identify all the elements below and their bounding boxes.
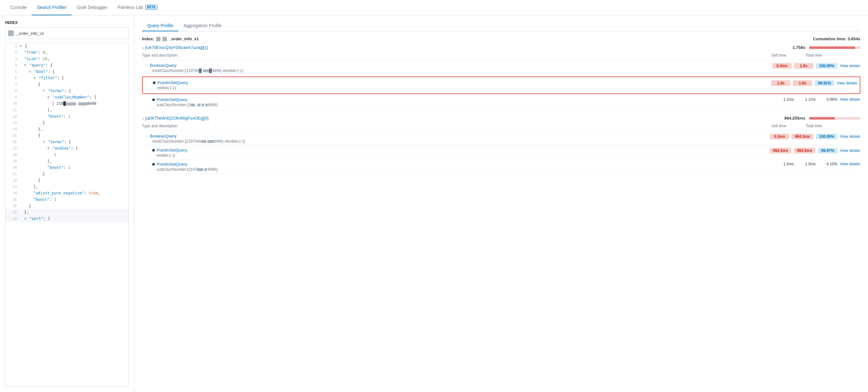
pct-badge-p1: 99.91% — [814, 80, 834, 86]
tab-aggregation-profile[interactable]: Aggregation Profile — [179, 21, 227, 31]
code-line: 23 ], — [5, 184, 129, 190]
point-query-desc-3: endIdx:{-1} — [157, 153, 187, 158]
total-time-plain-p2: 1.1ms — [796, 97, 815, 102]
boolean-query-metrics-2: 0.3ms 984.3ms 100.00% View details — [752, 134, 860, 139]
code-line: 2 "from": 0, — [5, 50, 129, 56]
index-selector[interactable]: _order_info_v1 — [5, 28, 129, 39]
pct-badge-p3: 99.87% — [818, 148, 837, 154]
view-details-link-bool2[interactable]: View details — [840, 134, 860, 139]
code-line: 25 "boost": 1 — [5, 197, 129, 203]
index-label-right: Index: — [142, 36, 154, 41]
point-query-metrics-1: 1.8s 1.8s 99.91% View details — [748, 80, 857, 86]
self-time-badge: 0.4ms — [772, 63, 792, 69]
pct-badge: 100.00% — [816, 63, 837, 69]
self-time-plain-p4: 1.0ms — [775, 162, 794, 166]
pct-badge-b2: 100.00% — [816, 134, 837, 139]
point-query-desc-4: subClazzNumber:{2197 '8496} — [157, 167, 217, 172]
shard-time-1: 1.758s — [793, 45, 805, 50]
point-query-metrics-4: 1.0ms 1.0ms 0.10% View details — [752, 162, 860, 166]
self-time-badge-p3: 983.0ms — [770, 148, 791, 154]
code-line: 19 ], — [5, 158, 129, 165]
point-query-row-3: PointInSetQuery endIdx:{-1} 983.0ms 983.… — [142, 146, 860, 160]
nav-search-profiler[interactable]: Search Profiler — [32, 0, 72, 15]
point-query-link-1[interactable]: PointInSetQuery — [157, 80, 188, 85]
point-query-row-2: PointInSetQuery subClazzNumber:{2, 8496}… — [142, 95, 860, 109]
code-line: 16 ▼ "terms": { — [5, 139, 129, 145]
shard-time-2: 984.255ms — [784, 116, 805, 121]
boolean-query-metrics-1: 0.4ms 1.8s 100.00% View details — [752, 63, 860, 69]
shard-link-2[interactable]: ↓ [aDKThbW3Q2OK4t0gFsoOEg][0] — [142, 116, 209, 121]
cumulative-time: Cumulative time: 3.654s — [813, 36, 860, 41]
code-line: 11 ], — [5, 107, 129, 113]
total-time-badge-b2: 984.3ms — [792, 134, 813, 139]
chevron-icon-2: ↓ — [147, 134, 149, 138]
code-editor[interactable]: 1 ▼ { 2 "from": 0, 3 "size": 10, 4 ▼ "qu… — [5, 43, 129, 387]
shard-row-2: ↓ [aDKThbW3Q2OK4t0gFsoOEg][0] 984.255ms — [142, 116, 860, 121]
point-query-metrics-2: 1.1ms 1.1ms 0.06% View details — [752, 97, 860, 102]
boolean-query-desc-1: #subClazzNumber:{219794█ █3496} #endIdx:… — [147, 68, 752, 73]
code-line: 6 ▼ "filter": [ — [5, 75, 129, 81]
code-line: 24 "adjust_pure_negative": true, — [5, 190, 129, 197]
code-line: 13 } — [5, 120, 129, 126]
view-details-link-p1[interactable]: View details — [837, 81, 857, 85]
code-line: 22 } — [5, 177, 129, 184]
nav-painless-lab[interactable]: Painless Lab BETA — [113, 0, 163, 15]
code-line: 14 }, — [5, 126, 129, 133]
shard-section-2: ↓ [aDKThbW3Q2OK4t0gFsoOEg][0] 984.255ms … — [142, 116, 860, 174]
boolean-query-link-2[interactable]: ↓ BooleanQuery — [147, 134, 752, 138]
nav-grok-debugger[interactable]: Grok Debugger — [72, 0, 113, 15]
point-query-metrics-3: 983.0ms 983.0ms 99.87% View details — [752, 148, 860, 154]
view-details-link-p4[interactable]: View details — [840, 162, 860, 166]
tab-query-profile[interactable]: Query Profile — [142, 21, 179, 31]
point-query-link-2[interactable]: PointInSetQuery — [157, 97, 217, 102]
shard-time-bar-2 — [809, 117, 860, 120]
code-line: 1 ▼ { — [5, 43, 129, 50]
shard-row-1: ↓ [Ue70ExscQ3yYG6zaeA7uzag][1] 1.758s — [142, 45, 860, 50]
point-query-link-3[interactable]: PointInSetQuery — [157, 148, 187, 153]
index-icon — [8, 30, 14, 36]
bullet-icon — [153, 81, 155, 84]
view-details-link-p3[interactable]: View details — [840, 149, 860, 153]
shard-time-bar-fill-2 — [809, 117, 835, 120]
code-line: 5 ▼ "bool": { — [5, 69, 129, 75]
index-icon-sm2 — [162, 37, 167, 41]
view-details-link-bool1[interactable]: View details — [840, 64, 860, 68]
top-navigation: Console Search Profiler Grok Debugger Pa… — [0, 0, 868, 15]
boolean-query-row-2: ↓ BooleanQuery #subClazzNumber:{2197940 … — [142, 132, 860, 146]
highlighted-query-block: PointInSetQuery endIdx:{-1} 1.8s 1.8s 99… — [142, 76, 860, 94]
code-line: 20 "boost": 1 — [5, 165, 129, 171]
point-query-desc-2: subClazzNumber:{2, 8496} — [157, 103, 217, 107]
bullet-icon-4 — [152, 163, 155, 166]
right-panel: Query Profile Aggregation Profile Index:… — [134, 15, 868, 392]
code-line: 7 { — [5, 81, 129, 88]
code-line: 18 -1 — [5, 152, 129, 158]
pct-plain-p4: 0.10% — [818, 162, 837, 166]
total-time-badge-p3: 983.0ms — [794, 148, 815, 154]
code-line: 17 ▼ "endIdx": [ — [5, 145, 129, 152]
code-line: 15 { — [5, 133, 129, 139]
self-time-badge-p1: 1.8s — [771, 80, 790, 86]
code-line: 10 | 219█ 8496 — [5, 101, 129, 107]
index-icon-sm — [156, 37, 160, 41]
view-details-link-p2[interactable]: View details — [840, 97, 860, 102]
boolean-query-link-1[interactable]: ↓ BooleanQuery — [147, 63, 752, 68]
index-name-right: _order_info_v1 — [169, 36, 198, 41]
code-line: 26 } — [5, 203, 129, 209]
profile-header-row-1: Type and description Self time Total tim… — [142, 51, 860, 60]
boolean-query-row-1: ↓ BooleanQuery #subClazzNumber:{219794█ … — [142, 61, 860, 75]
shard-link-1[interactable]: ↓ [Ue70ExscQ3yYG6zaeA7uzag][1] — [142, 45, 208, 50]
code-line: 27 }, — [5, 209, 129, 216]
point-query-link-4[interactable]: PointInSetQuery — [157, 162, 217, 167]
beta-badge: BETA — [145, 5, 157, 9]
code-line: 9 ▼ "subClazzNumber": [ — [5, 94, 129, 101]
shard-time-bar-1 — [809, 46, 860, 49]
profile-tabs: Query Profile Aggregation Profile — [142, 21, 860, 31]
self-time-plain-p2: 1.1ms — [775, 97, 794, 102]
bullet-icon-3 — [152, 149, 155, 152]
code-line: 12 "boost": 1 — [5, 113, 129, 120]
boolean-query-desc-2: #subClazzNumber:{2197940 8496} #endIdx:{… — [147, 139, 752, 143]
pct-plain-p2: 0.06% — [818, 97, 837, 102]
bullet-icon-2 — [152, 98, 155, 101]
total-time-plain-p4: 1.0ms — [796, 162, 815, 166]
nav-console[interactable]: Console — [5, 0, 32, 15]
